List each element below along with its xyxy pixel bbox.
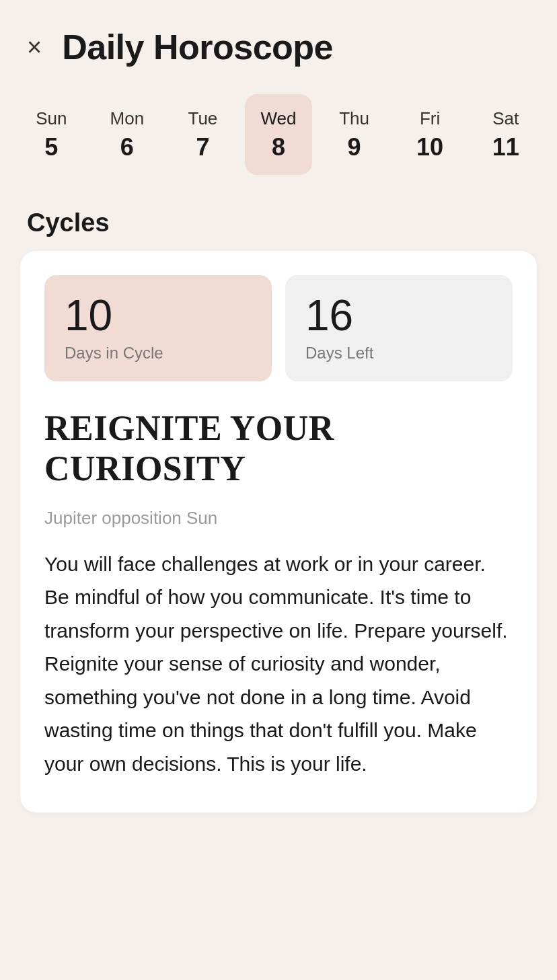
- day-number: 8: [272, 133, 285, 161]
- day-item-tue[interactable]: Tue7: [169, 94, 236, 175]
- page-title: Daily Horoscope: [62, 27, 333, 67]
- days-left-box: 16 Days Left: [285, 275, 513, 381]
- section-label: Cycles: [0, 195, 557, 251]
- cycle-stats: 10 Days in Cycle 16 Days Left: [44, 275, 513, 381]
- day-number: 10: [416, 133, 443, 161]
- day-item-thu[interactable]: Thu9: [321, 94, 388, 175]
- day-item-sat[interactable]: Sat11: [472, 94, 540, 175]
- day-number: 6: [120, 133, 134, 161]
- horoscope-title: REIGNITE YOUR CURIOSITY: [44, 408, 513, 489]
- day-name: Fri: [420, 108, 440, 129]
- days-in-cycle-number: 10: [65, 294, 252, 337]
- days-left-label: Days Left: [305, 344, 492, 363]
- day-name: Sun: [36, 108, 67, 129]
- day-name: Thu: [339, 108, 369, 129]
- days-in-cycle-box: 10 Days in Cycle: [44, 275, 272, 381]
- days-in-cycle-label: Days in Cycle: [65, 344, 252, 363]
- day-name: Wed: [260, 108, 296, 129]
- day-item-wed[interactable]: Wed8: [245, 94, 312, 175]
- day-name: Mon: [110, 108, 145, 129]
- day-name: Tue: [188, 108, 217, 129]
- header: × Daily Horoscope: [0, 0, 557, 87]
- day-number: 5: [44, 133, 58, 161]
- close-button[interactable]: ×: [27, 34, 42, 60]
- day-name: Sat: [492, 108, 519, 129]
- cycles-card: 10 Days in Cycle 16 Days Left REIGNITE Y…: [20, 251, 537, 813]
- days-left-number: 16: [305, 294, 492, 337]
- day-selector: Sun5Mon6Tue7Wed8Thu9Fri10Sat11: [0, 87, 557, 195]
- day-number: 11: [492, 133, 519, 161]
- horoscope-subtitle: Jupiter opposition Sun: [44, 508, 513, 529]
- day-item-fri[interactable]: Fri10: [396, 94, 463, 175]
- day-number: 7: [196, 133, 209, 161]
- horoscope-body: You will face challenges at work or in y…: [44, 548, 513, 781]
- day-item-mon[interactable]: Mon6: [94, 94, 161, 175]
- day-number: 9: [348, 133, 361, 161]
- day-item-sun[interactable]: Sun5: [17, 94, 85, 175]
